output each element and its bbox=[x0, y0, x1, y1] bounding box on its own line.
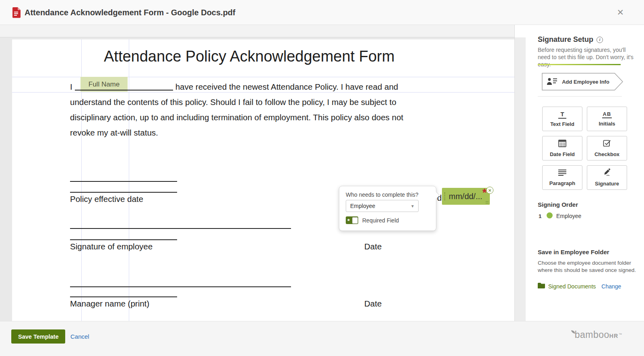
save-folder-description: Choose the employee document folder wher… bbox=[538, 259, 638, 274]
signature-line bbox=[70, 192, 177, 193]
preview-scroll-gutter[interactable] bbox=[514, 25, 526, 321]
green-accent-rule bbox=[538, 64, 621, 65]
panel-title: Signature Setup i bbox=[538, 35, 603, 44]
drag-handle-dots[interactable] bbox=[444, 192, 445, 200]
signature-line bbox=[70, 228, 291, 229]
signature-line bbox=[70, 296, 177, 297]
required-field-label: Required Field bbox=[362, 217, 399, 224]
form-body-line: disciplinary action, up to and including… bbox=[70, 113, 403, 122]
field-settings-popover: Who needs to complete this? Employee ▼ *… bbox=[339, 186, 436, 231]
employee-info-icon bbox=[547, 77, 558, 86]
checkbox-button[interactable]: Checkbox bbox=[587, 136, 627, 161]
initials-icon: AB bbox=[602, 111, 612, 118]
checkbox-icon bbox=[603, 139, 611, 149]
signature-line bbox=[70, 286, 291, 287]
text-field-icon: T bbox=[558, 111, 566, 119]
save-template-button[interactable]: Save Template bbox=[11, 329, 65, 344]
form-intro-line: Ihave received the newest Attendance Pol… bbox=[70, 82, 398, 92]
initials-button[interactable]: AB Initials bbox=[587, 107, 627, 131]
required-asterisk: * bbox=[482, 187, 487, 199]
add-employee-info-button[interactable]: Add Employee Info bbox=[542, 73, 623, 91]
signature-line bbox=[70, 181, 177, 182]
bamboohr-logo: bamboo HR ™ bbox=[571, 329, 622, 340]
date-field-button[interactable]: Date Field bbox=[542, 136, 582, 161]
assignee-question: Who needs to complete this? bbox=[346, 191, 419, 198]
modal-header: Attendance Acknowledgement Form - Google… bbox=[0, 0, 644, 25]
sidebar-divider bbox=[538, 96, 622, 97]
remove-field-icon[interactable]: ✕ bbox=[486, 187, 493, 194]
cancel-link[interactable]: Cancel bbox=[70, 329, 89, 344]
signer-name: Employee bbox=[556, 213, 581, 219]
pdf-page: Attendance Policy Acknowledgement Form F… bbox=[12, 39, 514, 321]
text-field-button[interactable]: T Text Field bbox=[542, 107, 582, 131]
close-icon[interactable]: ✕ bbox=[617, 0, 624, 25]
info-icon[interactable]: i bbox=[597, 37, 603, 43]
manager-name-label: Manager name (print) bbox=[70, 299, 149, 309]
signature-setup-panel: Signature Setup i Before requesting sign… bbox=[526, 25, 644, 321]
save-folder-row: Signed Documents Change bbox=[538, 283, 621, 290]
required-field-toggle[interactable]: * bbox=[346, 216, 358, 224]
date-field-chip[interactable]: mm/dd/... * bbox=[442, 188, 490, 205]
signature-line bbox=[70, 239, 177, 240]
signer-number: 1 bbox=[539, 213, 542, 219]
employee-signature-label: Signature of employee bbox=[70, 242, 153, 251]
grid-line-horizontal bbox=[12, 92, 514, 93]
pdf-toolbar: 160% 1 of 2 ◀ ▶ bbox=[0, 25, 514, 37]
signature-button[interactable]: Signature bbox=[587, 165, 627, 190]
assignee-selected-value: Employee bbox=[350, 200, 375, 212]
intro-rest: have received the newest Attendance Poli… bbox=[175, 82, 398, 91]
date-field-icon bbox=[558, 140, 566, 149]
footer-bar: Save Template Cancel bamboo HR ™ bbox=[0, 321, 644, 356]
save-folder-heading: Save in Employee Folder bbox=[538, 249, 609, 255]
document-title: Attendance Acknowledgement Form - Google… bbox=[25, 0, 235, 25]
grid-line-vertical bbox=[129, 39, 129, 321]
chevron-down-icon: ▼ bbox=[411, 200, 415, 212]
form-body-line: revoke my at-will status. bbox=[70, 128, 158, 138]
assignee-select[interactable]: Employee ▼ bbox=[346, 200, 419, 212]
signature-icon bbox=[602, 169, 612, 178]
name-blank-line bbox=[75, 90, 173, 91]
paragraph-icon bbox=[558, 169, 567, 178]
policy-date-label: Policy effective date bbox=[70, 194, 143, 204]
signer-color-dot bbox=[547, 212, 553, 218]
change-folder-link[interactable]: Change bbox=[601, 283, 621, 290]
pdf-file-icon bbox=[12, 7, 21, 20]
signing-order-heading: Signing Order bbox=[538, 201, 578, 208]
employee-date-label: Date bbox=[364, 242, 382, 251]
paragraph-button[interactable]: Paragraph bbox=[542, 165, 582, 190]
folder-icon bbox=[538, 283, 545, 290]
toggle-knob bbox=[352, 217, 358, 224]
form-title: Attendance Policy Acknowledgement Form bbox=[104, 48, 394, 65]
toggle-asterisk: * bbox=[347, 217, 350, 224]
manager-date-label: Date bbox=[364, 299, 382, 309]
date-field-value: mm/dd/... bbox=[449, 188, 482, 205]
add-employee-info-label: Add Employee Info bbox=[562, 79, 609, 85]
folder-name: Signed Documents bbox=[548, 283, 596, 290]
resize-handle-dots[interactable] bbox=[486, 201, 487, 202]
form-body-line: understand the contents of this policy. … bbox=[70, 97, 396, 107]
intro-prefix: I bbox=[70, 82, 72, 91]
